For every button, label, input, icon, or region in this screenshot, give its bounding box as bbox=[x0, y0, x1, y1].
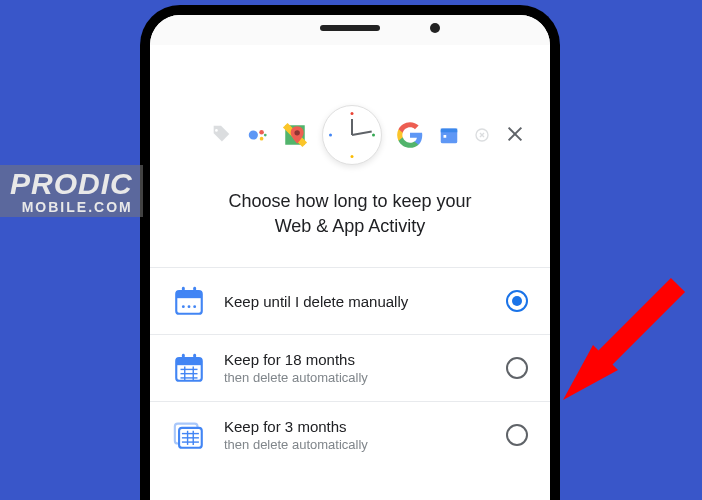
radio-button[interactable] bbox=[506, 290, 528, 312]
page-title: Choose how long to keep your Web & App A… bbox=[150, 189, 550, 239]
svg-rect-19 bbox=[176, 358, 202, 365]
option-subtitle: then delete automatically bbox=[224, 437, 488, 452]
phone-notch bbox=[150, 15, 550, 45]
assistant-icon bbox=[246, 124, 268, 146]
svg-point-16 bbox=[188, 306, 191, 309]
option-text: Keep for 18 months then delete automatic… bbox=[224, 351, 488, 385]
option-text: Keep for 3 months then delete automatica… bbox=[224, 418, 488, 452]
option-keep-3-months[interactable]: Keep for 3 months then delete automatica… bbox=[150, 401, 550, 468]
calendar-stack-icon bbox=[172, 418, 206, 452]
phone-frame: Choose how long to keep your Web & App A… bbox=[140, 5, 560, 500]
svg-marker-35 bbox=[563, 345, 618, 400]
calendar-icon bbox=[172, 351, 206, 385]
calendar-icon bbox=[172, 284, 206, 318]
svg-rect-14 bbox=[193, 287, 196, 294]
speaker-slot bbox=[320, 25, 380, 31]
radio-button[interactable] bbox=[506, 357, 528, 379]
watermark-top: PRODIC bbox=[10, 169, 133, 199]
close-icon[interactable] bbox=[504, 123, 526, 145]
clock-icon bbox=[322, 105, 382, 165]
svg-point-2 bbox=[259, 130, 264, 135]
option-title: Keep for 3 months bbox=[224, 418, 488, 435]
annotation-arrow-icon bbox=[548, 275, 698, 425]
svg-rect-20 bbox=[182, 354, 185, 361]
calendar-mini-icon bbox=[438, 124, 460, 146]
svg-rect-9 bbox=[444, 135, 447, 138]
tag-icon bbox=[210, 124, 232, 146]
svg-point-4 bbox=[264, 134, 267, 137]
option-text: Keep until I delete manually bbox=[224, 293, 488, 310]
sensor-dot bbox=[430, 23, 440, 33]
heading-line-2: Web & App Activity bbox=[190, 214, 510, 239]
svg-rect-21 bbox=[193, 354, 196, 361]
option-title: Keep for 18 months bbox=[224, 351, 488, 368]
svg-rect-12 bbox=[176, 291, 202, 298]
svg-point-15 bbox=[182, 306, 185, 309]
option-title: Keep until I delete manually bbox=[224, 293, 488, 310]
svg-point-17 bbox=[193, 306, 196, 309]
screen: Choose how long to keep your Web & App A… bbox=[150, 105, 550, 500]
maps-icon bbox=[282, 122, 308, 148]
svg-rect-8 bbox=[441, 129, 458, 133]
google-g-icon bbox=[396, 121, 424, 149]
watermark-bottom: MOBILE.COM bbox=[10, 199, 133, 215]
option-subtitle: then delete automatically bbox=[224, 370, 488, 385]
svg-line-34 bbox=[588, 285, 678, 375]
svg-rect-13 bbox=[182, 287, 185, 294]
svg-point-6 bbox=[294, 130, 299, 135]
svg-point-1 bbox=[249, 130, 258, 139]
svg-point-0 bbox=[215, 129, 218, 132]
options-list: Keep until I delete manually Keep for 18… bbox=[150, 267, 550, 468]
option-keep-manual[interactable]: Keep until I delete manually bbox=[150, 267, 550, 334]
radio-button[interactable] bbox=[506, 424, 528, 446]
svg-point-3 bbox=[260, 137, 264, 141]
option-keep-18-months[interactable]: Keep for 18 months then delete automatic… bbox=[150, 334, 550, 401]
circle-x-icon bbox=[474, 127, 490, 143]
service-icon-row bbox=[150, 105, 550, 165]
heading-line-1: Choose how long to keep your bbox=[190, 189, 510, 214]
watermark: PRODIC MOBILE.COM bbox=[0, 165, 143, 217]
